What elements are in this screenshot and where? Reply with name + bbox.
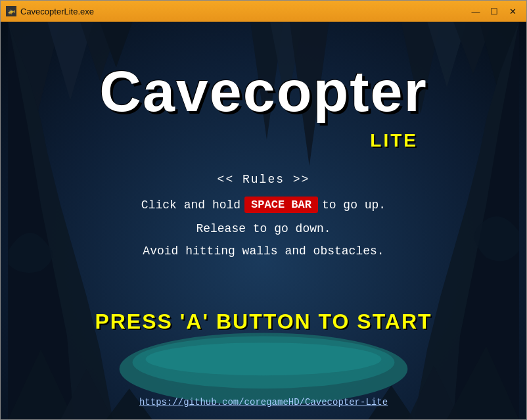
minimize-button[interactable]: —	[467, 5, 484, 18]
title-bar-left: 🚁 CavecopterLite.exe	[6, 6, 94, 16]
app-icon: 🚁	[6, 6, 16, 16]
rules-section: << Rules >> Click and hold SPACE BAR to …	[1, 173, 526, 267]
game-title-lite: LITE	[370, 130, 418, 151]
window-title: CavecopterLite.exe	[20, 7, 94, 16]
window: 🚁 CavecopterLite.exe — ☐ ✕	[0, 0, 527, 420]
svg-point-19	[146, 342, 382, 375]
space-bar-badge: SPACE BAR	[244, 197, 318, 213]
maximize-button[interactable]: ☐	[486, 5, 503, 18]
press-a-text: PRESS 'A' BUTTON TO START	[1, 310, 526, 334]
game-area: Cavecopter LITE << Rules >> Click and ho…	[1, 22, 526, 419]
github-link[interactable]: https://github.com/coregameHD/Cavecopter…	[1, 397, 526, 408]
title-bar: 🚁 CavecopterLite.exe — ☐ ✕	[1, 1, 526, 22]
rule-line-3: Avoid hitting walls and obstacles.	[1, 245, 526, 258]
rules-header: << Rules >>	[1, 173, 526, 186]
rule3-text: Avoid hitting walls and obstacles.	[143, 245, 384, 258]
rule-line-1: Click and hold SPACE BAR to go up.	[1, 197, 526, 213]
title-buttons: — ☐ ✕	[467, 5, 521, 18]
rule2-text: Release to go down.	[196, 222, 331, 235]
close-button[interactable]: ✕	[504, 5, 521, 18]
rule-line-2: Release to go down.	[1, 222, 526, 235]
rule1-post: to go up.	[322, 198, 386, 212]
game-title: Cavecopter	[1, 58, 526, 125]
rule1-pre: Click and hold	[141, 198, 241, 212]
